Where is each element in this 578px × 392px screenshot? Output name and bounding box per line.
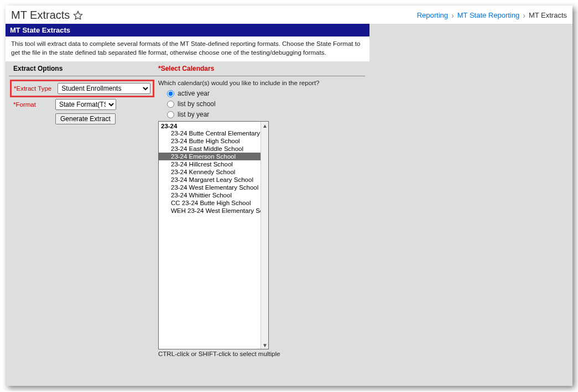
panel-header: MT State Extracts — [6, 24, 369, 36]
breadcrumb-link-reporting[interactable]: Reporting — [417, 11, 448, 19]
list-year-header: 23-24 — [159, 122, 262, 129]
extract-type-label: *Extract Type — [14, 85, 56, 92]
extract-type-highlight: *Extract Type Student Enrollments — [10, 80, 154, 97]
list-item[interactable]: 23-24 Butte High School — [159, 137, 262, 145]
divider — [158, 76, 365, 76]
extract-type-select[interactable]: Student Enrollments — [58, 83, 150, 94]
multiselect-hint: CTRL-click or SHIFT-click to select mult… — [158, 351, 365, 357]
radio-list-by-school-row[interactable]: list by school — [158, 100, 365, 108]
list-item[interactable]: 23-24 Emerson School — [159, 153, 262, 160]
svg-marker-0 — [74, 11, 82, 19]
select-calendars-column: *Select Calendars Which calendar(s) woul… — [158, 65, 369, 357]
chevron-right-icon: › — [451, 11, 454, 20]
radio-active-year[interactable] — [167, 90, 174, 97]
calendar-list-items: 23-24 Butte Central Elementary23-24 Butt… — [159, 129, 262, 215]
select-calendars-heading: *Select Calendars — [158, 65, 365, 72]
list-item[interactable]: 23-24 Kennedy School — [159, 168, 262, 176]
list-item[interactable]: 23-24 West Elementary School — [159, 184, 262, 191]
list-item[interactable]: 23-24 East Middle School — [159, 145, 262, 153]
list-item[interactable]: 23-24 Hillcrest School — [159, 160, 262, 168]
radio-list-by-school-label: list by school — [178, 100, 216, 108]
radio-active-year-label: active year — [178, 90, 210, 97]
calendar-prompt: Which calendar(s) would you like to incl… — [158, 80, 365, 86]
header-bar: MT Extracts Reporting › MT State Reporti… — [6, 6, 572, 24]
list-item[interactable]: CC 23-24 Butte High School — [159, 199, 262, 207]
radio-list-by-school[interactable] — [167, 101, 174, 108]
breadcrumb-current: MT Extracts — [529, 11, 567, 19]
radio-list-by-year-label: list by year — [178, 111, 209, 118]
breadcrumb: Reporting › MT State Reporting › MT Extr… — [417, 11, 567, 20]
app-window: MT Extracts Reporting › MT State Reporti… — [6, 6, 572, 386]
intro-text: This tool will extract data to complete … — [6, 36, 369, 61]
format-label: *Format — [13, 101, 55, 108]
breadcrumb-link-mt-state-reporting[interactable]: MT State Reporting — [457, 11, 519, 19]
divider — [9, 76, 158, 76]
extract-options-column: Extract Options *Extract Type Student En… — [6, 65, 158, 126]
star-icon[interactable] — [73, 11, 83, 20]
radio-list-by-year[interactable] — [167, 111, 174, 118]
page-title: MT Extracts — [11, 9, 70, 22]
chevron-right-icon: › — [523, 11, 525, 20]
list-item[interactable]: 23-24 Whittier School — [159, 191, 262, 199]
radio-list-by-year-row[interactable]: list by year — [158, 111, 365, 118]
scroll-up-icon[interactable]: ▲ — [261, 122, 269, 129]
scrollbar[interactable]: ▲ ▼ — [261, 122, 268, 349]
options-area: Extract Options *Extract Type Student En… — [6, 61, 369, 362]
page-title-wrap: MT Extracts — [11, 9, 83, 22]
list-item[interactable]: WEH 23-24 West Elementary School — [159, 207, 262, 215]
calendar-listbox[interactable]: 23-24 23-24 Butte Central Elementary23-2… — [158, 121, 269, 349]
extract-options-heading: Extract Options — [13, 65, 158, 72]
radio-active-year-row[interactable]: active year — [158, 90, 365, 97]
generate-extract-button[interactable]: Generate Extract — [55, 113, 116, 124]
scroll-down-icon[interactable]: ▼ — [261, 341, 269, 349]
list-item[interactable]: 23-24 Margaret Leary School — [159, 176, 262, 184]
body-area: MT State Extracts This tool will extract… — [6, 24, 572, 386]
format-select[interactable]: State Format(TSV) — [55, 99, 116, 110]
list-item[interactable]: 23-24 Butte Central Elementary — [159, 129, 262, 137]
